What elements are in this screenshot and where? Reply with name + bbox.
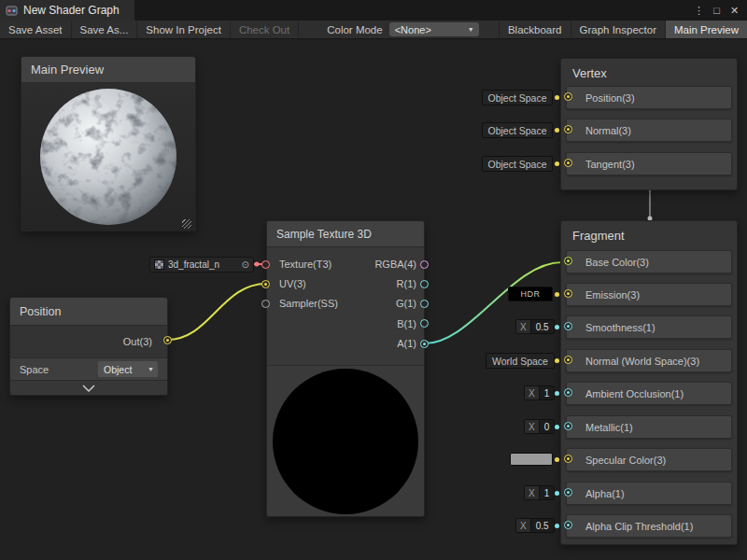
port-metallic[interactable] bbox=[564, 422, 572, 430]
chevron-down-icon: ▼ bbox=[148, 366, 154, 372]
resize-grip[interactable] bbox=[182, 219, 191, 229]
object-picker-icon[interactable]: ⊙ bbox=[242, 260, 249, 270]
space-selector-normal[interactable]: Object Space bbox=[482, 122, 553, 138]
ambient-occlusion-field[interactable]: X 1 bbox=[524, 385, 555, 400]
block-metallic[interactable]: Metallic(1) bbox=[566, 415, 732, 439]
main-preview-toggle[interactable]: Main Preview bbox=[665, 21, 747, 38]
block-label: Smoothness(1) bbox=[585, 322, 655, 333]
port-alpha-clip-threshold[interactable] bbox=[564, 521, 572, 529]
main-preview-body bbox=[21, 83, 195, 231]
pill-label: Object Space bbox=[487, 159, 546, 170]
blackboard-toggle[interactable]: Blackboard bbox=[499, 21, 571, 38]
block-smoothness[interactable]: Smoothness(1) bbox=[566, 315, 732, 339]
emission-hdr-color-field[interactable]: HDR bbox=[508, 287, 553, 301]
block-vertex-normal[interactable]: Normal(3) bbox=[566, 119, 732, 142]
edge-position-to-uv[interactable] bbox=[167, 284, 266, 340]
pill-label: World Space bbox=[492, 356, 548, 367]
smoothness-field[interactable]: X 0.5 bbox=[515, 319, 555, 334]
specular-color-field[interactable] bbox=[510, 453, 553, 466]
pill-label: Object Space bbox=[487, 92, 546, 104]
port-texture-input[interactable] bbox=[261, 260, 270, 269]
graph-inspector-toggle[interactable]: Graph Inspector bbox=[571, 21, 665, 38]
maximize-icon[interactable]: □ bbox=[709, 3, 725, 19]
block-normal-world-space[interactable]: Normal (World Space)(3) bbox=[566, 349, 732, 372]
block-emission[interactable]: Emission(3) bbox=[566, 283, 732, 306]
chevron-down-icon bbox=[82, 385, 95, 392]
button-label: Check Out bbox=[239, 24, 289, 35]
port-b-output[interactable] bbox=[420, 319, 429, 328]
out-label: Out(3) bbox=[123, 336, 152, 347]
hdr-badge: HDR bbox=[521, 289, 541, 299]
port-position-out[interactable] bbox=[163, 336, 172, 344]
space-selector-position[interactable]: Object Space bbox=[482, 90, 553, 105]
port-smoothness[interactable] bbox=[564, 322, 572, 330]
float-value[interactable]: 1 bbox=[540, 486, 555, 499]
port-uv-input[interactable] bbox=[261, 280, 270, 288]
port-emission[interactable] bbox=[564, 289, 572, 298]
port-vertex-normal[interactable] bbox=[564, 125, 572, 133]
port-vertex-tangent[interactable] bbox=[564, 159, 572, 167]
space-dropdown[interactable]: Object ▼ bbox=[98, 361, 158, 377]
block-vertex-position[interactable]: Position(3) bbox=[566, 86, 732, 109]
widget-dot bbox=[555, 524, 559, 528]
sample-texture-3d-header[interactable]: Sample Texture 3D bbox=[267, 221, 424, 247]
save-asset-button[interactable]: Save Asset bbox=[0, 21, 72, 38]
texture-field-dot bbox=[255, 262, 260, 267]
widget-dot bbox=[555, 391, 559, 396]
port-ambient-occlusion[interactable] bbox=[564, 388, 572, 397]
output-label: G(1) bbox=[325, 298, 416, 309]
port-r-output[interactable] bbox=[420, 280, 429, 288]
float-value[interactable]: 0.5 bbox=[531, 519, 554, 532]
port-rgba-output[interactable] bbox=[420, 260, 429, 269]
preview-sphere bbox=[38, 87, 178, 227]
save-as-button[interactable]: Save As... bbox=[72, 21, 138, 38]
main-preview-header[interactable]: Main Preview bbox=[21, 57, 195, 83]
texture-object-field[interactable]: 3d_fractal_n ⊙ bbox=[149, 257, 254, 273]
block-alpha-clip-threshold[interactable]: Alpha Clip Threshold(1) bbox=[566, 514, 732, 538]
output-label: R(1) bbox=[325, 278, 416, 289]
color-mode-label: Color Mode bbox=[327, 24, 382, 35]
tab-title: New Shader Graph bbox=[23, 4, 120, 17]
main-preview-panel[interactable]: Main Preview bbox=[21, 56, 196, 231]
input-label: UV(3) bbox=[279, 278, 306, 289]
vertex-node-title: Vertex bbox=[572, 66, 607, 80]
close-icon[interactable]: ✕ bbox=[726, 3, 742, 19]
float-value[interactable]: 0 bbox=[540, 420, 555, 433]
port-sampler-input[interactable] bbox=[261, 300, 270, 308]
show-in-project-button[interactable]: Show In Project bbox=[137, 21, 231, 38]
port-alpha[interactable] bbox=[564, 488, 572, 497]
color-mode-dropdown[interactable]: <None> ▼ bbox=[389, 22, 479, 36]
position-node[interactable]: Position Out(3) Space Object ▼ bbox=[9, 297, 168, 396]
block-vertex-tangent[interactable]: Tangent(3) bbox=[566, 152, 732, 175]
float-value[interactable]: 0.5 bbox=[531, 320, 554, 333]
port-a-output[interactable] bbox=[420, 340, 429, 348]
button-label: Blackboard bbox=[508, 24, 562, 35]
block-label: Normal(3) bbox=[585, 125, 631, 136]
block-label: Alpha Clip Threshold(1) bbox=[585, 521, 693, 532]
preview-sphere-black bbox=[273, 369, 418, 514]
alpha-clip-threshold-field[interactable]: X 0.5 bbox=[515, 518, 555, 533]
position-node-header[interactable]: Position bbox=[10, 298, 167, 326]
port-normal-world-space[interactable] bbox=[564, 356, 572, 364]
alpha-field[interactable]: X 1 bbox=[524, 485, 555, 500]
port-g-output[interactable] bbox=[420, 300, 429, 308]
block-specular-color[interactable]: Specular Color(3) bbox=[566, 448, 732, 471]
widget-dot bbox=[555, 292, 559, 297]
block-label: Emission(3) bbox=[585, 289, 640, 301]
float-value[interactable]: 1 bbox=[540, 386, 555, 399]
block-alpha[interactable]: Alpha(1) bbox=[566, 482, 732, 505]
output-label: B(1) bbox=[325, 318, 416, 329]
metallic-field[interactable]: X 0 bbox=[524, 419, 555, 434]
widget-dot bbox=[555, 128, 559, 133]
space-selector-tangent[interactable]: Object Space bbox=[482, 156, 553, 172]
port-base-color[interactable] bbox=[564, 257, 572, 265]
block-base-color[interactable]: Base Color(3) bbox=[566, 250, 732, 273]
collapse-toggle[interactable] bbox=[10, 380, 167, 395]
normal-space-selector[interactable]: World Space bbox=[486, 353, 555, 369]
port-vertex-position[interactable] bbox=[564, 92, 572, 101]
tab-new-shader-graph[interactable]: New Shader Graph bbox=[0, 0, 134, 21]
block-label: Specular Color(3) bbox=[585, 455, 666, 466]
kebab-menu-icon[interactable]: ⋮ bbox=[691, 3, 707, 19]
port-specular-color[interactable] bbox=[564, 455, 572, 463]
block-ambient-occlusion[interactable]: Ambient Occlusion(1) bbox=[566, 382, 732, 405]
